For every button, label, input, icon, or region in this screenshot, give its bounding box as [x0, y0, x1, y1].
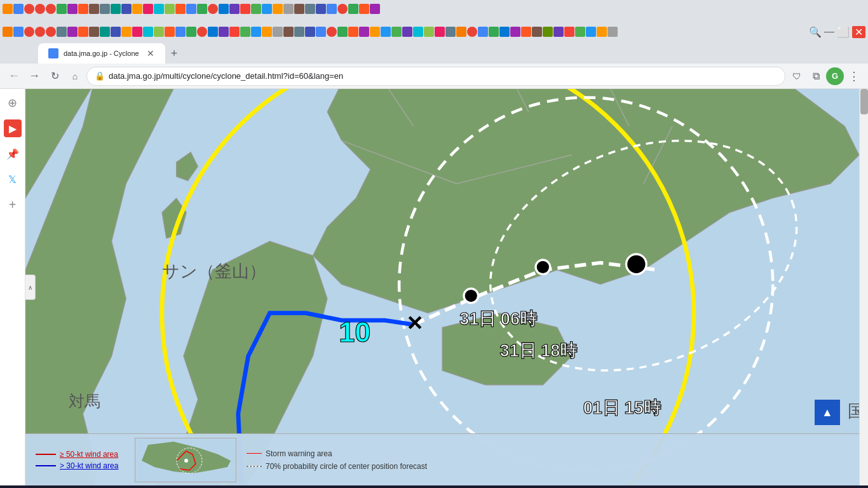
search-browser-icon[interactable]: 🔍	[809, 26, 822, 38]
tab-tile-icon[interactable]: ⧉	[807, 67, 825, 85]
svg-point-12	[464, 288, 478, 303]
svg-text:✕: ✕	[406, 312, 423, 335]
tab-title: data.jma.go.jp - Cyclone	[64, 50, 139, 57]
address-input[interactable]: 🔒 data.jma.go.jp/multi/cyclone/cyclone_d…	[86, 67, 785, 86]
bookmarks-toolbar	[0, 0, 868, 18]
toolbar-row: 🔍 — ⬜ ✕	[0, 23, 868, 41]
close-icon[interactable]: ✕	[852, 26, 865, 38]
tab-bar	[0, 0, 868, 23]
reload-button[interactable]: ↻	[46, 67, 64, 85]
back-button[interactable]: ←	[5, 67, 23, 85]
legend-area: ≥ 50-kt wind area > 30-kt wind area	[25, 433, 859, 485]
right-scrollbar[interactable]	[859, 89, 868, 485]
forward-button[interactable]: →	[25, 67, 43, 85]
legend-prob-item: 70% probability circle of center positio…	[247, 462, 427, 471]
map-svg: ✕ 日本海 佐渡島 ・竹島 隠岐諸島 サン（釜山） 対馬	[25, 89, 859, 485]
legend-30kt-line	[36, 465, 56, 466]
svg-text:サン（釜山）: サン（釜山）	[162, 261, 266, 281]
browser-right-icons: 🛡 ⧉ G ⋮	[788, 67, 863, 85]
svg-text:31日 06時: 31日 06時	[459, 309, 538, 329]
twitter-icon[interactable]: 𝕏	[4, 170, 22, 188]
legend-left: ≥ 50-kt wind area > 30-kt wind area	[36, 450, 125, 470]
legend-50kt-line	[36, 454, 56, 455]
shield-icon[interactable]: 🛡	[788, 67, 806, 85]
svg-text:01日 15時: 01日 15時	[583, 398, 661, 417]
active-tab[interactable]: data.jma.go.jp - Cyclone ✕	[38, 43, 165, 64]
legend-storm-line	[247, 453, 262, 454]
new-tab-button[interactable]: +	[165, 44, 183, 62]
scrollbar-thumb[interactable]	[860, 89, 868, 114]
collapse-icon: ∧	[28, 284, 32, 291]
tab-close-button[interactable]: ✕	[147, 48, 154, 58]
svg-text:10: 10	[339, 316, 370, 348]
home-button[interactable]: ⌂	[66, 67, 84, 85]
legend-50kt-label: ≥ 50-kt wind area	[60, 450, 118, 459]
youtube-icon[interactable]: ▶	[4, 119, 22, 137]
svg-text:対馬: 対馬	[69, 392, 100, 410]
scroll-up-button[interactable]: ▲	[815, 400, 840, 425]
left-sidebar: ⊕ ▶ 📌 𝕏 +	[0, 89, 25, 485]
svg-point-30	[184, 459, 188, 463]
legend-30kt-label: > 30-kt wind area	[60, 461, 118, 470]
legend-storm-label: Storm warning area	[266, 449, 332, 458]
legend-prob-line	[247, 466, 262, 467]
taskbar: 🔍 Search 📁 🛍	[0, 485, 868, 488]
plus-icon[interactable]: ⊕	[4, 94, 22, 112]
legend-image	[135, 438, 236, 482]
legend-storm-item: Storm warning area	[247, 449, 427, 458]
main-content: ⊕ ▶ 📌 𝕏 +	[0, 89, 868, 485]
svg-text:国: 国	[848, 401, 859, 421]
map-area: ✕ 日本海 佐渡島 ・竹島 隠岐諸島 サン（釜山） 対馬	[25, 89, 859, 485]
svg-text:31日 18時: 31日 18時	[499, 341, 578, 360]
minimize-icon[interactable]: —	[824, 26, 834, 37]
lock-icon: 🔒	[95, 71, 105, 81]
maximize-icon[interactable]: ⬜	[837, 26, 850, 38]
legend-30kt-item: > 30-kt wind area	[36, 461, 125, 470]
collapse-sidebar-button[interactable]: ∧	[25, 274, 36, 300]
add-icon[interactable]: +	[4, 196, 22, 214]
pin-icon[interactable]: 📌	[4, 145, 22, 163]
profile-icon[interactable]: G	[826, 67, 844, 85]
tabs-row: data.jma.go.jp - Cyclone ✕ +	[0, 41, 868, 64]
legend-right-text: Storm warning area 70% probability circl…	[247, 449, 427, 471]
svg-point-13	[536, 260, 550, 274]
legend-50kt-item: ≥ 50-kt wind area	[36, 450, 125, 459]
legend-prob-label: 70% probability circle of center positio…	[266, 462, 427, 471]
svg-point-14	[627, 254, 647, 274]
menu-icon[interactable]: ⋮	[845, 67, 863, 85]
address-text: data.jma.go.jp/multi/cyclone/cyclone_det…	[109, 71, 343, 81]
address-bar-row: ← → ↻ ⌂ 🔒 data.jma.go.jp/multi/cyclone/c…	[0, 64, 868, 89]
